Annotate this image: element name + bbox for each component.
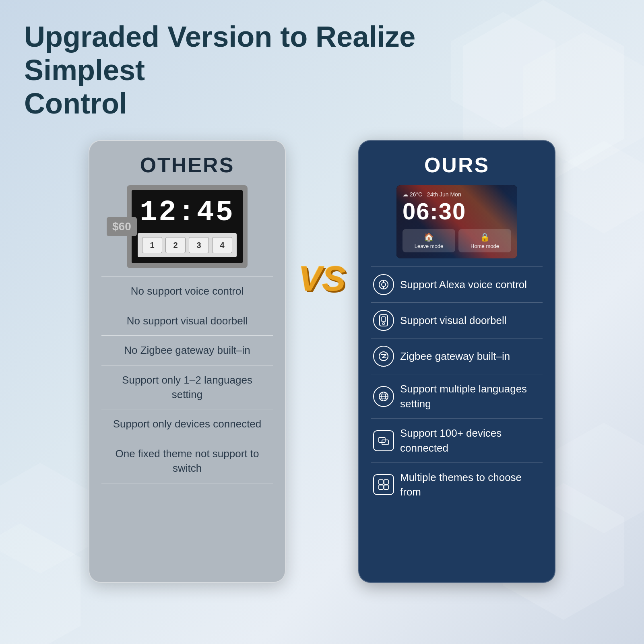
others-feature-5: Support only devices connected [101, 409, 273, 438]
others-feature-4: Support only 1–2 languages setting [101, 365, 273, 409]
svg-point-9 [382, 283, 386, 287]
devices-icon [373, 430, 394, 451]
weather-info: ☁ 26°C 24th Jun Mon [402, 191, 511, 198]
others-feature-list: No support voice control No support visu… [101, 276, 273, 483]
new-time-display: 06:30 [402, 200, 511, 223]
ours-feature-1: Support Alexa voice control [371, 266, 543, 302]
others-feature-3: No Zigbee gateway built–in [101, 335, 273, 365]
zigbee-icon [373, 346, 394, 367]
others-card: OTHERS $60 12:45 1 2 3 4 No support vo [89, 140, 286, 583]
mode-buttons: 🏠 Leave mode 🔒 Home mode [402, 229, 511, 252]
new-device: ☁ 26°C 24th Jun Mon 06:30 🏠 Leave mode 🔒 [396, 185, 517, 258]
comparison-container: OTHERS $60 12:45 1 2 3 4 No support vo [24, 140, 620, 583]
old-btn-2: 2 [165, 237, 186, 253]
svg-rect-25 [384, 480, 388, 484]
home-mode-btn: 🔒 Home mode [458, 229, 511, 252]
old-btn-4: 4 [212, 237, 232, 253]
ours-feature-5: Support 100+ devices connected [371, 418, 543, 462]
globe-icon [373, 386, 394, 407]
old-device: $60 12:45 1 2 3 4 [127, 185, 248, 268]
doorbell-icon [373, 310, 394, 331]
ours-feature-3: Zigbee gateway built–in [371, 338, 543, 374]
ours-card: OURS ☁ 26°C 24th Jun Mon 06:30 🏠 [358, 140, 555, 583]
svg-rect-26 [379, 485, 383, 489]
old-screen: 12:45 1 2 3 4 [132, 190, 243, 263]
old-buttons: 1 2 3 4 [138, 233, 237, 257]
ours-feature-4: Support multiple languages setting [371, 374, 543, 418]
others-feature-2: No support visual doorbell [101, 306, 273, 335]
svg-rect-13 [382, 317, 386, 322]
others-title: OTHERS [101, 153, 273, 177]
others-feature-6: One fixed theme not support to switch [101, 439, 273, 483]
ours-feature-list: Support Alexa voice control Support visu… [371, 266, 543, 507]
leave-mode-btn: 🏠 Leave mode [402, 229, 455, 252]
ours-feature-2: Support visual doorbell [371, 302, 543, 338]
svg-rect-27 [384, 485, 388, 489]
new-screen: ☁ 26°C 24th Jun Mon 06:30 🏠 Leave mode 🔒 [396, 185, 517, 258]
old-time-display: 12:45 [138, 198, 237, 227]
vs-container: VS [298, 261, 346, 296]
alexa-icon [373, 274, 394, 295]
ours-title: OURS [371, 153, 543, 177]
new-screen-content: ☁ 26°C 24th Jun Mon 06:30 🏠 Leave mode 🔒 [402, 191, 511, 252]
page-title: Upgraded Version to Realize Simplest Con… [24, 20, 467, 120]
vs-label: VS [298, 261, 345, 296]
svg-rect-24 [379, 480, 383, 484]
others-feature-1: No support voice control [101, 276, 273, 305]
themes-icon [373, 474, 394, 495]
date-info: 24th Jun Mon [427, 191, 461, 198]
ours-feature-6: Multiple themes to choose from [371, 462, 543, 507]
old-btn-3: 3 [189, 237, 209, 253]
leave-mode-icon: 🏠 [407, 232, 450, 242]
price-tag: $60 [107, 217, 137, 236]
old-btn-1: 1 [142, 237, 162, 253]
home-mode-icon: 🔒 [463, 232, 506, 242]
page-content: Upgraded Version to Realize Simplest Con… [0, 0, 644, 599]
svg-point-14 [383, 323, 385, 325]
